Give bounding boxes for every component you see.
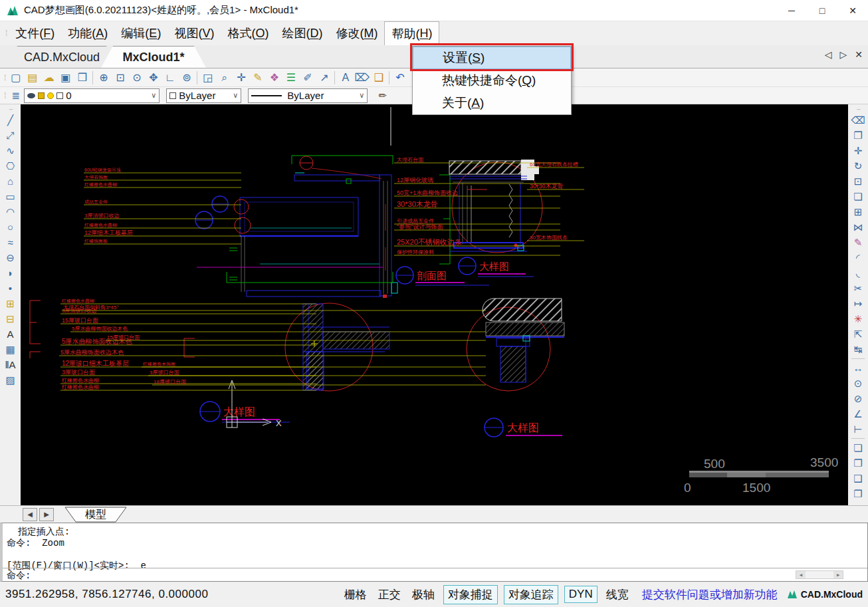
layer-manager-icon[interactable]: ≣ [7, 88, 24, 104]
break-icon[interactable]: ↹ [850, 342, 866, 357]
tab-scroll-right-button[interactable]: ▷ [839, 49, 847, 60]
layer-visibility-icon[interactable] [27, 93, 35, 98]
layer-lock-icon[interactable] [38, 92, 45, 99]
trim-icon[interactable]: ✂ [850, 281, 866, 296]
minimize-button[interactable]: ─ [776, 0, 807, 21]
draw-order-icon[interactable]: ❑ [370, 70, 387, 86]
hatch-icon[interactable]: ▨ [3, 372, 19, 388]
chevron-down-icon[interactable]: ∨ [147, 91, 156, 100]
insert-block-icon[interactable]: ⊞ [3, 296, 19, 311]
arc-icon[interactable]: ◠ [3, 204, 19, 219]
brush-icon[interactable]: ✏ [374, 88, 391, 104]
fillet-icon[interactable]: ◜ [850, 250, 866, 265]
menu-modify[interactable]: 修改(M) [329, 21, 384, 45]
menu-item-hotkey-commands[interactable]: 热键快捷命令(Q) [413, 69, 571, 92]
command-prompt[interactable]: 命令: [3, 568, 867, 581]
menu-view[interactable]: 视图(V) [167, 21, 221, 45]
zoom-realtime-icon[interactable]: ⊚ [178, 70, 195, 86]
save-all-icon[interactable]: ❒ [74, 70, 90, 86]
new-file-icon[interactable]: ▢ [7, 70, 24, 86]
draworder-back-icon[interactable]: ❐ [850, 455, 866, 471]
match-properties-icon[interactable]: ✎ [850, 235, 866, 250]
layer-stack-icon[interactable]: ☰ [282, 70, 299, 86]
table-icon[interactable]: ▦ [3, 342, 19, 357]
menu-item-about[interactable]: 关于(A) [413, 92, 571, 114]
linetype-select[interactable]: ByLayer ∨ [248, 88, 368, 103]
status-toggle-lineweight[interactable]: 线宽 [603, 586, 631, 604]
cloud-open-icon[interactable]: ☁ [41, 70, 57, 86]
rotate-icon[interactable]: ↻ [850, 158, 866, 174]
command-line-panel[interactable]: 指定插入点:命令: Zoom[范围(E)/窗口(W)]<实时>: e 命令: ◀… [0, 523, 868, 582]
tab-mxcloud1[interactable]: MxCloud1* [101, 46, 206, 68]
ellipse-icon[interactable]: ⊖ [3, 250, 19, 265]
create-block-icon[interactable]: ⊟ [3, 311, 19, 326]
pick-erase-icon[interactable]: ⌦ [354, 70, 370, 86]
circle-icon[interactable]: ○ [3, 219, 19, 235]
scale-icon[interactable]: ⊡ [850, 174, 866, 189]
rectangle-icon[interactable]: ▭ [3, 189, 19, 204]
feedback-link[interactable]: 提交软件问题或增加新功能 [642, 587, 778, 602]
layout-next-button[interactable]: ▶ [39, 508, 54, 521]
tab-model[interactable]: 模型 [64, 507, 128, 523]
polygon-icon[interactable]: ⎔ [3, 158, 19, 174]
zoom-extents-icon[interactable]: ⊙ [128, 70, 145, 86]
text-style-icon[interactable]: A [337, 70, 354, 86]
zoom-window-icon[interactable]: ⊡ [112, 70, 128, 86]
single-text-icon[interactable]: A [3, 326, 19, 342]
chevron-down-icon[interactable]: ∨ [229, 91, 238, 100]
polygon-inscribed-icon[interactable]: ⌂ [3, 174, 19, 189]
view-restore-icon[interactable]: ◲ [199, 70, 216, 86]
menu-draw[interactable]: 绘图(D) [275, 21, 329, 45]
tab-scroll-left-button[interactable]: ◁ [825, 49, 832, 60]
ucs-axes-icon[interactable]: ∟ [162, 70, 178, 86]
zoom-scale-icon[interactable]: ⊕ [95, 70, 112, 86]
menu-help[interactable]: 帮助(H) [384, 21, 439, 45]
status-toggle-ortho[interactable]: 正交 [376, 586, 403, 604]
color-select[interactable]: ByLayer ∨ [166, 88, 241, 103]
status-toggle-grid[interactable]: 栅格 [342, 586, 370, 604]
undo-icon[interactable]: ↶ [391, 70, 408, 86]
open-file-icon[interactable]: ▤ [24, 70, 41, 86]
erase-icon[interactable]: ⌫ [850, 112, 866, 128]
chevron-down-icon[interactable]: ∨ [355, 91, 364, 100]
status-toggle-otrack[interactable]: 对象追踪 [504, 585, 558, 604]
layout-prev-button[interactable]: ◀ [23, 508, 37, 521]
offset-icon[interactable]: ❏ [850, 189, 866, 204]
dim-linear-icon[interactable]: ↔ [850, 360, 866, 376]
construction-line-icon[interactable]: ⤢ [3, 128, 19, 143]
menu-format[interactable]: 格式(O) [221, 21, 275, 45]
scroll-track[interactable] [806, 571, 833, 578]
mirror-icon[interactable]: ⋈ [850, 219, 866, 235]
spline-icon[interactable]: ≈ [3, 235, 19, 250]
tab-cad-mxcloud[interactable]: CAD.MxCloud [5, 46, 118, 68]
extend-icon[interactable]: ↦ [850, 296, 866, 311]
drawing-canvas[interactable]: 剖面图 [21, 104, 848, 505]
point-icon[interactable]: • [3, 281, 19, 296]
stretch-icon[interactable]: ⇱ [850, 326, 866, 342]
explode-icon[interactable]: ✳ [850, 311, 866, 326]
view-find-icon[interactable]: ⌕ [216, 70, 233, 86]
export-view-icon[interactable]: ↗ [316, 70, 332, 86]
move-view-icon[interactable]: ✛ [233, 70, 249, 86]
line-icon[interactable]: ╱ [3, 112, 19, 128]
dim-edit-icon[interactable]: ⊢ [850, 422, 866, 437]
scroll-left-icon[interactable]: ◀ [796, 571, 806, 578]
command-scrollbar[interactable]: ◀ ▶ [796, 570, 843, 579]
tab-close-button[interactable]: ✕ [855, 49, 863, 60]
save-icon[interactable]: ▣ [57, 70, 74, 86]
maximize-button[interactable]: □ [807, 0, 837, 21]
layer-select[interactable]: 0 ∨ [24, 88, 160, 103]
menu-file[interactable]: 文件(F) [9, 21, 61, 45]
pan-icon[interactable]: ✥ [145, 70, 162, 86]
dim-angular-icon[interactable]: ∠ [850, 406, 866, 422]
draworder-above-icon[interactable]: ❑ [850, 471, 866, 486]
array-icon[interactable]: ⊞ [850, 204, 866, 219]
menu-edit[interactable]: 编辑(E) [114, 21, 167, 45]
dim-radius-icon[interactable]: ⊙ [850, 376, 866, 391]
multiline-text-icon[interactable]: ‖A [3, 357, 19, 372]
chamfer-icon[interactable]: ◟ [850, 265, 866, 281]
scroll-right-icon[interactable]: ▶ [833, 571, 843, 578]
draworder-below-icon[interactable]: ❒ [850, 486, 866, 501]
lineweight-brush-icon[interactable]: ✐ [299, 70, 316, 86]
draworder-front-icon[interactable]: ❏ [850, 440, 866, 455]
